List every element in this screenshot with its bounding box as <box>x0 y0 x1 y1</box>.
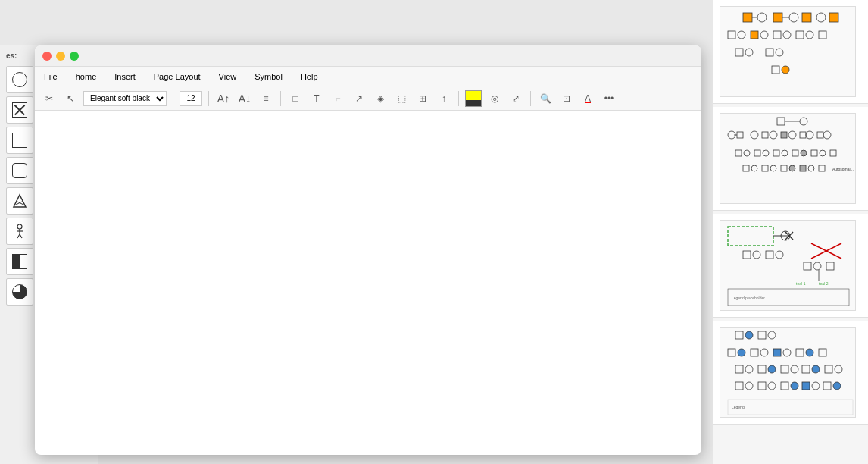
menu-symbol[interactable]: Symbol <box>251 71 286 83</box>
shape-circle[interactable] <box>6 66 33 93</box>
rect-button[interactable]: □ <box>287 90 304 107</box>
shape-style-button[interactable]: ◎ <box>486 90 503 107</box>
thumbnail-2-img: Autosomal... <box>720 113 856 204</box>
menu-home[interactable]: home <box>73 71 100 83</box>
svg-point-132 <box>783 349 791 356</box>
thumbnail-4[interactable]: Legend <box>713 321 868 425</box>
svg-rect-98 <box>781 165 787 171</box>
font-select[interactable]: Elegant soft black <box>83 91 167 106</box>
corner-button[interactable]: ⌐ <box>329 90 346 107</box>
svg-line-14 <box>20 234 22 238</box>
thumbnail-3[interactable]: teal-1 teal-2 Legend placeholder <box>713 214 868 318</box>
svg-rect-111 <box>766 251 773 259</box>
arrow-button[interactable]: ↗ <box>351 90 367 107</box>
svg-point-110 <box>753 251 760 259</box>
chart-button[interactable]: ↑ <box>436 90 452 107</box>
layers-button[interactable]: ◈ <box>372 90 389 107</box>
table-button[interactable]: ⊞ <box>414 90 431 107</box>
thumbnail-2[interactable]: Autosomal... <box>713 107 868 211</box>
shape-sq-num[interactable] <box>6 127 33 154</box>
svg-rect-85 <box>754 150 760 156</box>
svg-rect-81 <box>817 132 823 138</box>
svg-rect-64 <box>766 49 773 56</box>
svg-point-49 <box>816 13 826 22</box>
frame-button[interactable]: ⬚ <box>393 90 410 107</box>
search-button[interactable]: 🔍 <box>537 90 554 107</box>
svg-point-74 <box>751 131 758 139</box>
svg-rect-73 <box>737 132 743 138</box>
svg-point-78 <box>788 131 796 139</box>
shape-x-square[interactable] <box>6 96 33 124</box>
inc-font-button[interactable]: A↑ <box>215 90 232 107</box>
svg-rect-77 <box>781 132 787 138</box>
svg-rect-142 <box>802 365 810 373</box>
divider3 <box>280 91 281 106</box>
svg-text:teal-1: teal-1 <box>796 281 806 286</box>
svg-point-116 <box>813 262 821 270</box>
svg-rect-131 <box>773 349 781 356</box>
shape-rounded-sq[interactable] <box>6 157 33 184</box>
svg-point-126 <box>768 331 776 339</box>
thumbnail-3-img: teal-1 teal-2 Legend placeholder <box>720 220 856 311</box>
svg-rect-156 <box>728 400 853 415</box>
right-panel: Autosomal... <box>713 0 868 464</box>
svg-point-112 <box>776 251 783 259</box>
minimize-button[interactable] <box>56 52 65 61</box>
divider <box>173 91 173 106</box>
svg-point-145 <box>835 365 842 373</box>
font-size-input[interactable] <box>180 91 202 106</box>
svg-rect-144 <box>825 365 832 373</box>
text-button[interactable]: T <box>308 90 325 107</box>
svg-point-149 <box>768 382 776 390</box>
svg-point-47 <box>789 13 798 22</box>
svg-rect-55 <box>751 31 758 39</box>
svg-rect-46 <box>773 13 782 22</box>
svg-point-45 <box>757 13 767 22</box>
menu-page-layout[interactable]: Page Layout <box>151 71 204 83</box>
svg-rect-61 <box>819 31 826 39</box>
table2-button[interactable]: ⊡ <box>558 90 575 107</box>
divider4 <box>458 91 459 106</box>
dec-font-button[interactable]: A↓ <box>236 90 253 107</box>
svg-rect-48 <box>802 13 811 22</box>
svg-rect-152 <box>802 382 810 390</box>
svg-rect-100 <box>800 165 806 171</box>
maximize-button[interactable] <box>70 52 79 61</box>
svg-marker-2 <box>14 195 26 207</box>
svg-rect-104 <box>728 227 773 246</box>
svg-point-54 <box>738 31 745 39</box>
svg-point-76 <box>770 131 777 139</box>
svg-rect-93 <box>830 150 836 156</box>
cursor-button[interactable]: ↖ <box>62 90 79 107</box>
menu-file[interactable]: File <box>41 71 61 83</box>
title-bar <box>35 45 701 67</box>
svg-rect-154 <box>823 382 831 390</box>
line-color-button[interactable]: A <box>579 90 596 107</box>
svg-rect-96 <box>762 165 768 171</box>
toolbar: ✂ ↖ Elegant soft black A↑ A↓ ≡ □ T ⌐ ↗ ◈… <box>35 86 701 111</box>
align-button[interactable]: ≡ <box>258 90 274 107</box>
transform-button[interactable]: ⤢ <box>507 90 524 107</box>
svg-point-86 <box>763 150 769 156</box>
svg-rect-87 <box>773 150 779 156</box>
close-button[interactable] <box>42 52 52 61</box>
menu-view[interactable]: View <box>216 71 240 83</box>
cut-button[interactable]: ✂ <box>41 90 58 107</box>
thumbnail-1[interactable] <box>713 0 868 104</box>
svg-point-84 <box>744 150 750 156</box>
shape-half-fill-sq[interactable] <box>6 248 33 275</box>
svg-rect-117 <box>826 262 834 270</box>
svg-point-80 <box>806 131 813 139</box>
thumbnail-4-img: Legend <box>720 327 856 418</box>
fill-color-button[interactable] <box>465 90 482 107</box>
menu-help[interactable]: Help <box>298 71 321 83</box>
shape-person[interactable] <box>6 218 33 245</box>
shape-triangle-xx[interactable] <box>6 187 33 215</box>
menu-insert[interactable]: Insert <box>111 71 139 83</box>
svg-rect-68 <box>777 118 785 125</box>
more-button[interactable]: ••• <box>601 90 617 107</box>
svg-rect-148 <box>758 382 766 390</box>
svg-rect-150 <box>781 382 788 390</box>
shape-three-q-fill[interactable] <box>6 278 33 306</box>
svg-point-82 <box>823 131 831 139</box>
